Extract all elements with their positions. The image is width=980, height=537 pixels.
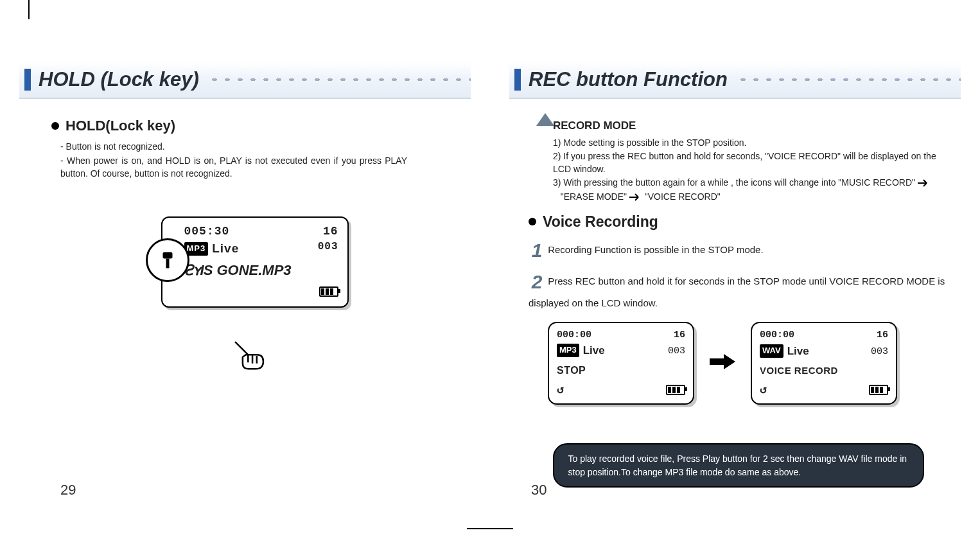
lcdB-time: 000:00 <box>760 328 794 342</box>
repeat-icon: ↺ <box>760 382 767 398</box>
subheading-text: HOLD(Lock key) <box>66 116 175 136</box>
lcdB-live: Live <box>787 345 809 357</box>
lcdA-mode: STOP <box>557 363 685 378</box>
record-mode-heading: RECORD MODE <box>553 119 636 132</box>
lcd-song: ƧʏIS GONE.MP3 <box>184 260 338 281</box>
crop-bottom <box>471 528 513 529</box>
rm-item-3: 3) With pressing the button again for a … <box>553 177 948 204</box>
page-number-left: 29 <box>60 482 76 498</box>
record-mode-block: RECORD MODE 1) Mode setting is possible … <box>540 116 948 205</box>
rm-item-2: 2) If you press the REC button and hold … <box>553 150 948 175</box>
svg-rect-1 <box>166 258 169 268</box>
live-label: Live <box>212 242 239 255</box>
lcd-pair: 000:0016 MP3Live003 STOP ↺ 000:0016 WAVL… <box>548 322 948 405</box>
step-number-2: 2 <box>529 268 545 296</box>
step-2-text: Press REC button and hold it for seconds… <box>529 276 945 308</box>
arrow-right-icon <box>710 353 735 374</box>
repeat-icon: ↺ <box>557 382 564 398</box>
subheading-voice: Voice Recording <box>529 211 948 233</box>
lcd-count: 16 <box>323 223 338 240</box>
record-mode-list: 1) Mode setting is possible in the STOP … <box>553 137 948 205</box>
lcdA-live: Live <box>583 344 605 357</box>
heading-title: REC button Function <box>529 68 728 91</box>
page-left: HOLD (Lock key) HOLD(Lock key) - Button … <box>0 0 490 537</box>
lcd-time: 005:30 <box>184 223 230 240</box>
hand-press-icon <box>232 339 267 377</box>
step-2: 2 Press REC button and hold it for secon… <box>529 268 948 310</box>
lcd-before: 000:0016 MP3Live003 STOP ↺ <box>548 322 694 405</box>
triangle-icon <box>536 113 554 126</box>
lcdA-time: 000:00 <box>557 328 591 342</box>
mp3-badge: MP3 <box>557 344 579 357</box>
lcdB-track: 003 <box>871 345 888 359</box>
tip-note: To play recorded voice file, Press Play … <box>553 443 924 488</box>
hold-illustration-wrap: 005:30 16 MP3Live 003 ƧʏIS GONE.MP3 <box>161 216 349 308</box>
wav-badge: WAV <box>760 344 783 358</box>
svg-rect-0 <box>162 252 172 258</box>
arrow-icon <box>629 192 642 205</box>
right-body: RECORD MODE 1) Mode setting is possible … <box>509 99 961 488</box>
lcdB-count: 16 <box>877 328 888 342</box>
heading-title: HOLD (Lock key) <box>39 68 199 91</box>
lcdA-count: 16 <box>674 328 685 342</box>
voice-heading: Voice Recording <box>543 211 658 233</box>
section-header-left: HOLD (Lock key) <box>19 62 471 99</box>
bullet-icon <box>51 122 59 130</box>
step-1: 1 Recording Function is possible in the … <box>529 236 948 265</box>
rm-item-2-text: 2) If you press the REC button and hold … <box>553 151 936 174</box>
lcd-row2: MP3Live 003 <box>184 240 338 258</box>
manual-spread: HOLD (Lock key) HOLD(Lock key) - Button … <box>0 0 980 537</box>
heading-accent <box>24 69 31 91</box>
page-right: REC button Function RECORD MODE 1) Mode … <box>490 0 980 537</box>
lcd-battery-row <box>184 286 338 300</box>
arrow-icon <box>918 178 931 191</box>
hold-switch-icon <box>146 238 189 282</box>
lcd-after: 000:0016 WAVLive003 VOICE RECORD ↺ <box>751 322 897 404</box>
hold-note-1: - Button is not recognized. <box>60 140 458 153</box>
step-1-text: Recording Function is possible in the ST… <box>548 244 763 255</box>
hold-illustration: 005:30 16 MP3Live 003 ƧʏIS GONE.MP3 <box>51 216 458 308</box>
lcd-format: MP3Live <box>184 240 240 258</box>
left-body: HOLD(Lock key) - Button is not recognize… <box>19 99 471 308</box>
rm3-b: "ERASE MODE" <box>561 191 627 202</box>
rm3-a: 3) With pressing the button again for a … <box>553 177 915 188</box>
lcd-row1: 005:30 16 <box>184 223 338 240</box>
subheading-hold: HOLD(Lock key) <box>51 116 458 136</box>
lcdA-track: 003 <box>668 344 685 358</box>
dot-leader <box>737 76 961 84</box>
crop-mark <box>28 0 30 19</box>
lcdA-fmt: MP3Live <box>557 343 605 359</box>
knob-glyph <box>158 251 177 270</box>
hold-note-2: - When power is on, and HOLD is on, PLAY… <box>60 154 407 180</box>
step-number-1: 1 <box>529 236 545 265</box>
page-number-right: 30 <box>531 482 547 498</box>
heading-bar: HOLD (Lock key) <box>19 62 471 99</box>
rm3-c: "VOICE RECORD" <box>645 191 721 202</box>
section-header-right: REC button Function <box>509 62 961 99</box>
heading-accent <box>514 69 521 91</box>
heading-bar: REC button Function <box>509 62 961 99</box>
battery-icon <box>869 385 888 395</box>
battery-icon <box>666 385 685 395</box>
bullet-icon <box>529 218 536 225</box>
rm-item-1: 1) Mode setting is possible in the STOP … <box>553 137 948 150</box>
lcdB-mode: VOICE RECORD <box>760 364 888 378</box>
song-name: S GONE.MP3 <box>204 262 292 278</box>
dot-leader <box>208 76 471 84</box>
lcdB-fmt: WAVLive <box>760 344 809 360</box>
lcd-track: 003 <box>318 240 338 258</box>
battery-icon <box>319 286 338 297</box>
